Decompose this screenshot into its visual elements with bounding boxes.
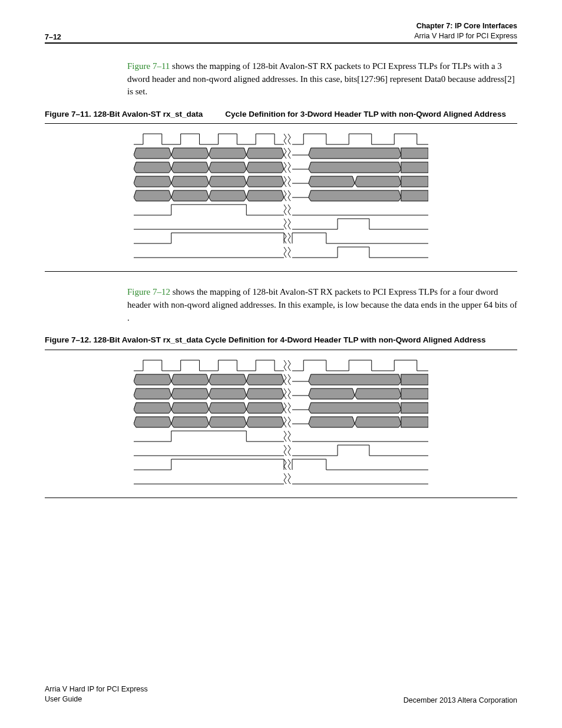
page: 7–12 Chapter 7: IP Core Interfaces Arria… [0,0,562,728]
svg-marker-17 [246,176,284,187]
svg-marker-33 [171,374,209,385]
svg-marker-25 [246,190,284,201]
paragraph-1-text: shows the mapping of 128-bit Avalon-ST R… [127,61,515,97]
svg-marker-20 [355,176,401,187]
svg-marker-2 [209,148,247,159]
svg-marker-32 [134,374,171,385]
footer-left: Arria V Hard IP for PCI Express User Gui… [45,684,148,704]
figure-7-11-bottom-rule [45,271,517,272]
figure-7-11-caption-prefix: Figure 7–11. 128-Bit Avalon-ST rx_st_dat… [45,110,203,118]
figure-7-12-top-rule [45,350,517,350]
svg-rect-53 [401,403,428,413]
figure-7-11-diagram [45,132,517,263]
svg-marker-27 [309,190,401,201]
svg-marker-0 [134,148,171,159]
page-header: 7–12 Chapter 7: IP Core Interfaces Arria… [45,21,517,41]
svg-marker-35 [246,374,284,385]
svg-marker-22 [134,190,171,201]
svg-marker-55 [171,417,209,427]
paragraph-2-text-c: . [127,313,130,322]
svg-rect-38 [401,374,428,385]
svg-rect-21 [401,176,428,187]
figure-7-12-bottom-rule [45,498,517,498]
page-number: 7–12 [45,33,61,41]
figure-7-11-caption-suffix: Cycle Definition for 3-Dword Header TLP … [225,110,506,118]
svg-marker-37 [309,374,401,385]
footer-right: December 2013 Altera Corporation [404,696,517,704]
figure-7-11-top-rule [45,123,517,124]
svg-marker-7 [134,162,171,173]
svg-marker-34 [209,374,247,385]
svg-marker-44 [309,388,355,399]
svg-marker-48 [171,403,209,413]
paragraph-1: Figure 7–11 shows the mapping of 128-bit… [127,60,517,98]
svg-marker-19 [309,176,355,187]
header-rule [45,42,517,44]
svg-marker-9 [209,162,247,173]
svg-marker-24 [209,190,247,201]
svg-marker-42 [246,388,284,399]
paragraph-2-text-b: is low because the data ends in the uppe… [338,300,517,309]
svg-rect-46 [401,388,428,399]
timing-diagram-2 [134,358,428,489]
svg-marker-14 [134,176,171,187]
svg-rect-6 [401,148,428,159]
svg-marker-12 [309,162,401,173]
paragraph-2: Figure 7–12 shows the mapping of 128-bit… [127,286,517,324]
header-right: Chapter 7: IP Core Interfaces Arria V Ha… [414,21,517,41]
svg-marker-50 [246,403,284,413]
svg-marker-3 [246,148,284,159]
svg-marker-16 [209,176,247,187]
figure-ref-7-12[interactable]: Figure 7–12 [127,287,170,297]
chapter-subtitle: Arria V Hard IP for PCI Express [414,31,517,41]
timing-diagram-1 [134,132,428,263]
svg-marker-10 [246,162,284,173]
svg-marker-39 [134,388,171,399]
figure-ref-7-11[interactable]: Figure 7–11 [127,61,170,71]
svg-marker-52 [309,403,401,413]
svg-marker-56 [209,417,247,427]
svg-marker-1 [171,148,209,159]
svg-marker-59 [309,417,355,427]
page-footer: Arria V Hard IP for PCI Express User Gui… [45,684,517,704]
footer-doc-subtitle: User Guide [45,694,148,704]
figure-7-12-caption: Figure 7–12. 128-Bit Avalon-ST rx_st_dat… [45,335,517,345]
svg-marker-5 [309,148,401,159]
figure-7-12-diagram [45,358,517,489]
svg-marker-15 [171,176,209,187]
svg-marker-23 [171,190,209,201]
svg-marker-57 [246,417,284,427]
svg-rect-13 [401,162,428,173]
svg-marker-60 [355,417,401,427]
svg-marker-49 [209,403,247,413]
svg-marker-41 [209,388,247,399]
figure-7-11-caption: Figure 7–11. 128-Bit Avalon-ST rx_st_dat… [45,109,517,120]
svg-marker-54 [134,417,171,427]
svg-marker-47 [134,403,171,413]
svg-rect-28 [401,190,428,201]
svg-marker-40 [171,388,209,399]
svg-rect-61 [401,417,428,427]
svg-marker-45 [355,388,401,399]
svg-marker-8 [171,162,209,173]
chapter-title: Chapter 7: IP Core Interfaces [414,21,517,31]
footer-doc-title: Arria V Hard IP for PCI Express [45,684,148,694]
